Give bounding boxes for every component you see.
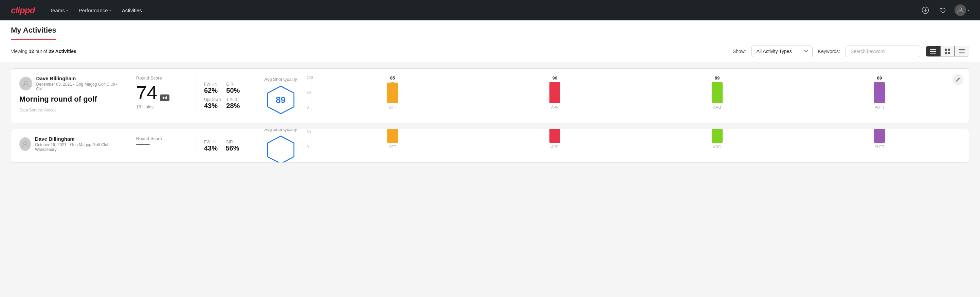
bar-col: 85OTT [317, 75, 468, 109]
bar-fill [387, 129, 398, 143]
chart-section: 100 50 0 94OTT93APP106ARG87PUTT [312, 136, 961, 156]
bar-fill [874, 82, 885, 103]
nav-performance[interactable]: Performance ▾ [75, 5, 115, 15]
activity-title: Morning round of golf [19, 95, 119, 104]
compact-view-button[interactable] [955, 46, 969, 56]
bar-chart: 100 50 0 85OTT90APP89ARG89PUTT [317, 75, 955, 116]
bar-axis-label: OTT [389, 105, 396, 109]
page-title: My Activities [11, 26, 56, 40]
bar-col: 106ARG [641, 129, 793, 149]
fw-hit-label: FW Hit [204, 140, 220, 144]
fw-hit-stat: FW Hit 43% [204, 140, 220, 152]
bar-fill [712, 82, 722, 103]
viewing-text: Viewing 12 out of 29 Activities [11, 49, 727, 54]
one-putt-label: 1 Putt [226, 97, 242, 102]
updown-value: 43% [204, 102, 221, 110]
bar-fill [549, 82, 560, 103]
activities-list: Dave Billingham December 05, 2021 - Gog … [0, 63, 980, 174]
fw-hit-value: 62% [204, 87, 221, 94]
svg-marker-19 [267, 136, 294, 163]
logo[interactable]: clippd [11, 5, 35, 16]
card-info: Dave Billingham October 16, 2021 - Gog M… [19, 136, 128, 156]
bar-col: 94OTT [317, 129, 468, 149]
svg-point-18 [24, 141, 27, 144]
one-putt-value: 28% [226, 102, 242, 110]
teams-chevron-icon: ▾ [66, 8, 68, 12]
chart-section: 100 50 0 85OTT90APP89ARG89PUTT [312, 75, 961, 116]
bar-fill [387, 83, 398, 103]
svg-rect-11 [959, 49, 965, 50]
svg-line-17 [959, 78, 959, 79]
nav-items: Teams ▾ Performance ▾ Activities [46, 5, 908, 15]
list-view-button[interactable] [926, 46, 940, 56]
bar-axis-label: OTT [389, 145, 396, 149]
score-diff: +4 [160, 94, 169, 101]
bar-axis-label: PUTT [875, 145, 885, 149]
round-score-label: Round Score [136, 136, 188, 141]
refresh-button[interactable] [937, 4, 949, 16]
round-score-section: Round Score [128, 136, 196, 156]
updown-label: Up/Down [204, 97, 221, 102]
svg-rect-8 [948, 49, 950, 51]
bar-value-label: 90 [552, 75, 557, 81]
bar-axis-label: PUTT [875, 105, 885, 109]
score-holes: 18 Holes [136, 104, 188, 109]
add-button[interactable] [919, 4, 931, 16]
bar-col: 87PUTT [804, 129, 955, 149]
bar-value-label: 89 [715, 75, 719, 81]
bar-container [549, 82, 560, 103]
gir-label: GIR [226, 82, 242, 87]
svg-rect-14 [959, 53, 965, 54]
y-label-0: 0 [307, 105, 313, 109]
bar-col: 89ARG [641, 75, 793, 109]
bar-axis-label: ARG [713, 105, 721, 109]
activity-type-select[interactable]: All Activity Types [751, 46, 813, 57]
bar-axis-label: APP [551, 105, 558, 109]
y-label-0: 0 [307, 145, 313, 149]
user-name: Dave Billingham [37, 75, 119, 81]
user-name: Dave Billingham [35, 136, 119, 142]
y-label-50: 50 [307, 90, 313, 94]
svg-rect-4 [930, 49, 936, 50]
search-input[interactable] [846, 46, 920, 57]
svg-rect-13 [959, 52, 965, 53]
user-date: December 05, 2021 - Gog Magog Golf Club … [37, 82, 119, 91]
gir-stat: GIR 56% [226, 140, 242, 152]
bar-container [712, 129, 722, 143]
navbar: clippd Teams ▾ Performance ▾ Activities [0, 0, 980, 21]
svg-rect-7 [945, 49, 947, 51]
quality-section: Avg Shot Quality [250, 136, 312, 156]
activity-card: Dave Billingham October 16, 2021 - Gog M… [11, 129, 969, 163]
bar-container [387, 129, 398, 143]
svg-point-15 [24, 81, 27, 84]
svg-rect-9 [945, 52, 947, 54]
user-menu-button[interactable]: ▾ [955, 5, 969, 16]
grid-view-button[interactable] [940, 46, 955, 56]
one-putt-stat: 1 Putt 28% [226, 97, 242, 110]
user-info: Dave Billingham October 16, 2021 - Gog M… [19, 136, 119, 152]
bar-fill [549, 129, 560, 143]
gir-value: 56% [226, 144, 242, 152]
y-axis-labels: 100 50 0 [307, 129, 313, 149]
view-toggle [926, 46, 969, 57]
quality-section: Avg Shot Quality 89 [250, 75, 312, 116]
show-label: Show: [733, 49, 746, 54]
quality-score: 89 [276, 94, 286, 105]
bar-col: 93APP [479, 129, 631, 149]
performance-chevron-icon: ▾ [109, 8, 111, 12]
card-info: Dave Billingham December 05, 2021 - Gog … [19, 75, 128, 116]
svg-rect-6 [930, 53, 936, 54]
fw-hit-label: FW Hit [204, 82, 221, 87]
svg-rect-10 [948, 52, 950, 54]
bar-container [549, 129, 560, 143]
quality-hexagon [266, 134, 296, 163]
bar-fill [874, 129, 885, 143]
bar-col: 90APP [479, 75, 631, 109]
bar-value-label: 85 [390, 75, 395, 81]
edit-button[interactable] [953, 74, 963, 85]
bar-container [874, 129, 885, 143]
nav-activities[interactable]: Activities [118, 5, 146, 15]
bar-chart: 100 50 0 94OTT93APP106ARG87PUTT [317, 129, 955, 156]
nav-teams[interactable]: Teams ▾ [46, 5, 72, 15]
nav-right: ▾ [919, 4, 969, 16]
